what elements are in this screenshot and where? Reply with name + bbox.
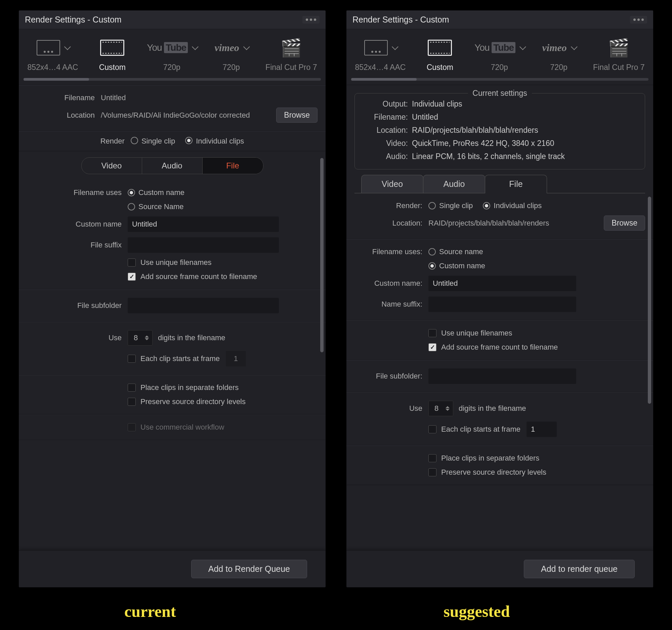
youtube-icon: You Tube xyxy=(475,42,515,53)
current-settings-box: Current settings Output:Individual clips… xyxy=(355,93,645,169)
subfolder-section: File subfolder: xyxy=(346,360,653,392)
file-suffix-input[interactable] xyxy=(128,237,279,253)
check-each-clip[interactable] xyxy=(128,355,136,363)
cs-location: RAID/projects/blah/blah/blah/renders xyxy=(412,126,538,135)
preset-fcp7[interactable]: 🎬 Final Cut Pro 7 xyxy=(265,39,317,72)
render-mode-section: Render Single clip Individual clips xyxy=(19,131,326,151)
folder-icon xyxy=(37,40,60,55)
window-title: Render Settings - Custom xyxy=(353,15,449,25)
radio-source-name[interactable] xyxy=(428,248,436,256)
youtube-icon: You Tube xyxy=(147,42,188,53)
subfolder-section: File subfolder xyxy=(19,289,326,322)
vertical-scrollbar[interactable] xyxy=(320,158,323,511)
digits-section: Use 8 digits in the filename Each clip s… xyxy=(19,322,326,375)
start-frame-input[interactable] xyxy=(527,422,557,437)
location-value: RAID/projects/blah/blah/blah/renders xyxy=(428,219,583,228)
preset-aac[interactable]: 852x4…4 AAC xyxy=(355,39,406,72)
window-title: Render Settings - Custom xyxy=(25,15,122,25)
use-label: Use xyxy=(27,333,128,342)
current-settings-title: Current settings xyxy=(468,89,532,98)
render-location-section: Render: Single clip Individual clips Loc… xyxy=(346,193,653,239)
preset-custom[interactable]: Custom xyxy=(87,39,138,72)
preset-aac[interactable]: 852x4…4 AAC xyxy=(27,39,78,72)
location-value: /Volumes/RAID/Ali IndieGoGo/color correc… xyxy=(101,111,262,120)
filename-label: Filename xyxy=(27,93,101,102)
render-label: Render: xyxy=(355,201,428,210)
radio-individual-clips[interactable] xyxy=(185,137,193,144)
vimeo-icon: vimeo xyxy=(542,42,567,53)
presets-row: 852x4…4 AAC Custom You Tube 720p vimeo 7… xyxy=(19,29,326,85)
check-unique-filenames[interactable] xyxy=(428,329,436,337)
check-commercial[interactable] xyxy=(128,423,136,431)
check-preserve-dirs[interactable] xyxy=(428,468,436,476)
tab-video[interactable]: Video xyxy=(361,175,423,193)
location-label: Location xyxy=(27,111,101,120)
add-to-queue-button[interactable]: Add to Render Queue xyxy=(191,560,307,578)
name-suffix-input[interactable] xyxy=(428,297,576,312)
vimeo-icon: vimeo xyxy=(215,42,239,53)
check-unique-filenames[interactable] xyxy=(128,258,136,266)
filename-uses-label: Filename uses xyxy=(27,188,128,197)
titlebar: Render Settings - Custom xyxy=(19,10,326,29)
digits-stepper[interactable]: 8 xyxy=(428,401,453,416)
file-subfolder-input[interactable] xyxy=(428,369,576,384)
folders-section: Place clips in separate folders Preserve… xyxy=(346,445,653,485)
name-suffix-label: Name suffix: xyxy=(355,300,428,309)
vertical-scrollbar[interactable] xyxy=(648,197,651,492)
tab-file[interactable]: File xyxy=(202,158,263,174)
filename-uses-section: Filename uses Custom name Source Name Cu… xyxy=(19,180,326,289)
tab-audio[interactable]: Audio xyxy=(423,175,485,193)
preset-vimeo[interactable]: vimeo 720p xyxy=(533,39,584,72)
browse-button[interactable]: Browse xyxy=(604,215,645,231)
commercial-section: Use commercial workflow xyxy=(19,415,326,440)
render-label: Render xyxy=(100,137,125,145)
preset-custom[interactable]: Custom xyxy=(415,39,465,72)
preset-fcp7[interactable]: 🎬 Final Cut Pro 7 xyxy=(593,39,644,72)
check-separate-folders[interactable] xyxy=(428,454,436,462)
digits-stepper[interactable]: 8 xyxy=(128,330,152,346)
file-subfolder-label: File subfolder xyxy=(27,301,128,310)
check-add-frame-count[interactable] xyxy=(428,343,436,351)
radio-single-clip[interactable] xyxy=(428,202,436,209)
file-location-section: Filename Untitled Location /Volumes/RAID… xyxy=(19,85,326,131)
browse-button[interactable]: Browse xyxy=(276,108,317,123)
tab-audio[interactable]: Audio xyxy=(142,158,202,174)
cs-audio: Linear PCM, 16 bits, 2 channels, single … xyxy=(412,152,565,161)
panel-menu-button[interactable] xyxy=(303,16,319,24)
filmstrip-icon xyxy=(100,40,124,56)
start-frame-input[interactable] xyxy=(226,351,246,367)
presets-row: 852x4…4 AAC Custom You Tube 720p vimeo 7… xyxy=(346,29,653,85)
tab-video[interactable]: Video xyxy=(82,158,142,174)
panel-menu-button[interactable] xyxy=(630,16,647,24)
check-add-frame-count[interactable] xyxy=(128,273,136,281)
tab-file[interactable]: File xyxy=(485,175,547,193)
radio-individual-clips[interactable] xyxy=(483,202,490,209)
custom-name-input[interactable] xyxy=(128,216,279,232)
location-label: Location: xyxy=(355,219,428,228)
radio-custom-name[interactable] xyxy=(128,189,135,196)
check-each-clip[interactable] xyxy=(428,425,436,433)
caption-current: current xyxy=(124,602,176,621)
filename-section: Filename uses: Source name Custom name C… xyxy=(346,239,653,320)
check-separate-folders[interactable] xyxy=(128,383,136,392)
radio-single-clip[interactable] xyxy=(131,137,138,144)
check-preserve-dirs[interactable] xyxy=(128,398,136,406)
custom-name-label: Custom name xyxy=(27,220,128,229)
radio-source-name[interactable] xyxy=(128,203,135,210)
custom-name-input[interactable] xyxy=(428,276,576,291)
caption-suggested: suggested xyxy=(443,602,510,621)
panel-suggested: Render Settings - Custom 852x4…4 AAC Cus… xyxy=(346,10,653,588)
presets-scrollbar[interactable] xyxy=(24,78,321,81)
preset-youtube[interactable]: You Tube 720p xyxy=(474,39,525,72)
preset-youtube[interactable]: You Tube 720p xyxy=(146,39,197,72)
file-subfolder-input[interactable] xyxy=(128,298,279,313)
clapper-icon: 🎬 xyxy=(608,38,630,58)
presets-scrollbar[interactable] xyxy=(351,78,648,81)
radio-custom-name[interactable] xyxy=(428,262,436,270)
clapper-icon: 🎬 xyxy=(280,38,302,58)
panel-current: Render Settings - Custom 852x4…4 AAC Cus… xyxy=(19,10,326,588)
preset-vimeo[interactable]: vimeo 720p xyxy=(206,39,256,72)
file-suffix-label: File suffix xyxy=(27,241,128,250)
add-to-queue-button[interactable]: Add to render queue xyxy=(524,560,635,578)
folder-icon xyxy=(364,40,388,55)
